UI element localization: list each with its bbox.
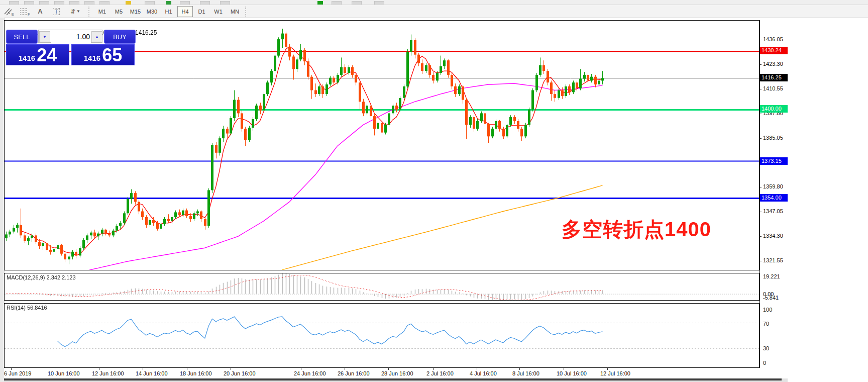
time-tick (564, 368, 564, 370)
clipped-toolbar-icon (166, 1, 171, 5)
volume-increase-button[interactable]: ▲ (91, 31, 102, 42)
toolbar-separator (88, 7, 92, 17)
clipped-toolbar-icon (54, 1, 64, 5)
price-axis-label: 1423.30 (763, 61, 783, 67)
horizontal-line-1400[interactable] (4, 108, 759, 110)
time-axis-label: 4 Jul 16:00 (470, 370, 497, 376)
time-tick (433, 368, 434, 370)
clipped-toolbar-icon (9, 1, 19, 5)
macd-canvas[interactable] (5, 273, 759, 300)
sell-price-display: 1416 24 (6, 44, 69, 65)
price-badge-1354-00: 1354.00 (760, 194, 788, 202)
equidistant-channel-icon[interactable]: E (1, 6, 16, 17)
chart-toolbar: E F A T ⇵ ▼ M1M5M15M30H1H4D1W1MN (0, 5, 868, 18)
timeframe-button-d1[interactable]: D1 (194, 6, 209, 17)
toolbar-separator (245, 7, 249, 17)
price-tick (759, 89, 762, 89)
indicator-axis-label: 30 (763, 345, 769, 351)
clipped-toolbar-icon (317, 1, 323, 5)
price-badge-1373-15: 1373.15 (760, 157, 788, 165)
timeframe-button-w1[interactable]: W1 (210, 6, 226, 17)
timeframe-button-h4[interactable]: H4 (177, 6, 193, 17)
chevron-down-icon[interactable]: ▼ (76, 9, 80, 14)
price-tick (759, 40, 762, 40)
time-axis-label: 26 Jun 16:00 (338, 370, 370, 376)
time-tick (143, 368, 143, 370)
time-tick (187, 368, 187, 370)
time-axis-label: 10 Jul 16:00 (557, 370, 587, 376)
clipped-toolbar-icon (84, 1, 94, 5)
tool-sub-f: F (28, 12, 30, 17)
volume-control: ▼ ▲ (38, 30, 102, 43)
horizontal-scrollbar[interactable] (4, 378, 788, 382)
clipped-toolbar-icon (69, 1, 79, 5)
timeframe-button-m1[interactable]: M1 (94, 6, 110, 17)
price-scale[interactable]: 1436.051423.301410.551397.801385.051359.… (759, 20, 868, 368)
scrollbar-thumb[interactable] (4, 378, 782, 380)
time-axis-label: 12 Jul 16:00 (600, 370, 630, 376)
clipped-toolbar-icon (39, 1, 49, 5)
time-axis-label: 18 Jun 16:00 (180, 370, 212, 376)
macd-label: MACD(12,26,9) 2.342 2.123 (7, 274, 76, 280)
one-click-trading-panel: SELL ▼ ▲ BUY 1416 24 1416 65 (6, 30, 135, 65)
clipped-toolbar-icon (200, 1, 210, 5)
horizontal-line-1373.15[interactable] (4, 160, 759, 162)
sell-price-big: 24 (37, 47, 57, 64)
timeframe-button-m15[interactable]: M15 (128, 6, 143, 17)
time-axis-label: 2 Jul 16:00 (426, 370, 454, 376)
timeframe-group: M1M5M15M30H1H4D1W1MN (94, 6, 243, 17)
indicator-axis-label: 70 (763, 321, 769, 327)
fibonacci-icon[interactable]: F (17, 6, 32, 17)
timeframe-button-h1[interactable]: H1 (161, 6, 176, 17)
volume-decrease-button[interactable]: ▼ (39, 31, 50, 42)
buy-price-big: 65 (102, 47, 122, 64)
time-axis-label: 10 Jun 16:00 (48, 370, 80, 376)
timeframe-button-m30[interactable]: M30 (144, 6, 160, 17)
time-tick (477, 368, 477, 370)
time-tick (388, 368, 389, 370)
text-tool-icon[interactable]: A (33, 6, 48, 17)
mt4-window: E F A T ⇵ ▼ M1M5M15M30H1H4D1W1MN MACD(1 (0, 0, 868, 382)
arrow-objects-icon[interactable]: ⇵ ▼ (65, 6, 86, 17)
horizontal-line-1416.25[interactable] (4, 77, 759, 79)
text-label-tool-icon[interactable]: T (49, 6, 64, 17)
timeframe-button-mn[interactable]: MN (227, 6, 243, 17)
time-tick (345, 368, 345, 370)
chart-text-annotation: 多空转折点1400 (562, 216, 711, 243)
volume-input[interactable] (51, 31, 91, 43)
horizontal-line-1430.24[interactable] (4, 50, 759, 52)
indicator-axis-label: -5.841 (763, 295, 779, 301)
tool-sub-e: E (12, 12, 14, 17)
sell-button[interactable]: SELL (6, 30, 38, 44)
indicator-axis-label: 0 (763, 360, 766, 366)
indicator-axis-label: 100 (763, 307, 772, 313)
price-tick (759, 138, 762, 139)
time-axis[interactable]: 6 Jun 201910 Jun 16:0012 Jun 16:0014 Jun… (4, 368, 788, 378)
toolbar-clipped-icons (0, 0, 868, 5)
macd-indicator-pane: MACD(12,26,9) 2.342 2.123 (4, 273, 759, 301)
clipped-toolbar-icon (180, 1, 190, 5)
price-axis-label: 1359.80 (763, 183, 783, 189)
time-axis-label: 6 Jun 2019 (4, 370, 31, 376)
time-axis-label: 14 Jun 16:00 (136, 370, 168, 376)
price-axis-label: 1385.05 (763, 135, 783, 141)
clipped-toolbar-icon (99, 1, 110, 5)
clipped-toolbar-icon (24, 1, 34, 5)
time-axis-label: 20 Jun 16:00 (224, 370, 256, 376)
time-tick (11, 368, 12, 370)
clipped-toolbar-icon (352, 1, 362, 5)
buy-button[interactable]: BUY (104, 30, 136, 44)
rsi-canvas[interactable] (5, 304, 759, 367)
clipped-toolbar-icon (145, 1, 155, 5)
price-tick (759, 114, 762, 114)
price-axis-label: 1347.05 (763, 208, 783, 214)
timeframe-button-m5[interactable]: M5 (111, 6, 127, 17)
time-axis-label: 28 Jun 16:00 (381, 370, 413, 376)
clipped-toolbar-icon (374, 1, 384, 5)
time-tick (231, 368, 231, 370)
price-axis-label: 1334.30 (763, 233, 783, 239)
horizontal-line-1354[interactable] (4, 197, 759, 199)
clipped-toolbar-icon (332, 1, 342, 5)
price-axis-label: 1410.55 (763, 85, 783, 91)
time-tick (301, 368, 301, 370)
